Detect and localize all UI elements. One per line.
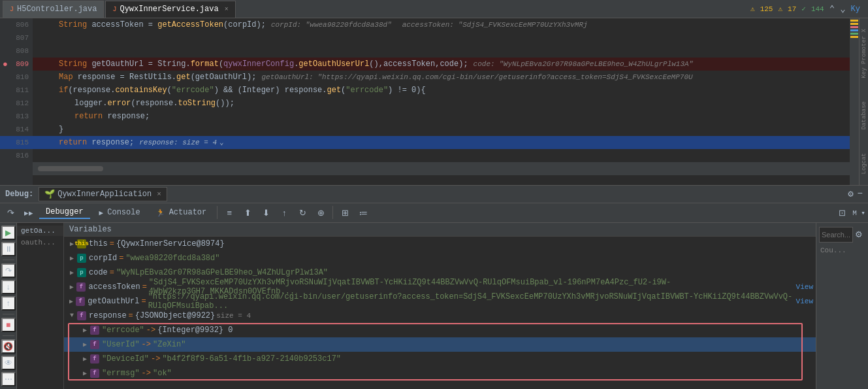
var-row-errcode[interactable]: ▶ f "errcode" -> {Integer@9932} 0	[64, 323, 816, 337]
var-row-errmsg[interactable]: ▶ f "errmsg" -> "ok"	[64, 366, 816, 381]
expand-deviceId[interactable]: ▶	[80, 354, 90, 364]
frame-getoauth[interactable]: getOa...	[17, 226, 63, 236]
var-val-getOauthUrl: "https://qyapi.weixin.qq.com/cgi-bin/use…	[148, 292, 794, 311]
warn-icon: ⚠	[750, 5, 755, 13]
var-val-errcode: {Integer@9932} 0	[157, 326, 233, 335]
close-icon[interactable]: ×	[225, 6, 229, 13]
expand-accessToken[interactable]: ▶	[67, 282, 76, 292]
settings-btn[interactable]: ≔	[355, 205, 371, 220]
right-gutter	[850, 18, 859, 185]
code-line-812: logger.error(response.toString());	[33, 97, 850, 110]
panel-layout-btn[interactable]: ⊡	[834, 205, 850, 220]
warn-mark	[850, 20, 858, 22]
var-row-corpId[interactable]: ▶ p corpId = "wwea98220fdcd8a38d"	[64, 251, 816, 265]
tab-h5controller[interactable]: J H5Controller.java	[3, 1, 104, 18]
line-numbers-gutter: 806 807 808 ●809 810 811 812 813 814 815…	[0, 18, 33, 185]
pause-btn[interactable]: ⏸	[1, 242, 16, 256]
var-name-code: code	[89, 268, 108, 277]
right-debug-panel: ⚙ Cou...	[816, 223, 868, 390]
count-label: Cou...	[818, 246, 867, 254]
chevron-up-icon[interactable]: ⌃	[829, 3, 835, 14]
debug-app-tab[interactable]: 🌱 QywxInnerApplication ×	[39, 187, 167, 201]
run-to-cursor-btn[interactable]: ↻	[295, 205, 310, 220]
debug-minimize-icon[interactable]: −	[858, 188, 863, 199]
chevron-down-icon[interactable]: ⌄	[840, 3, 845, 14]
var-name-getOauthUrl: getOauthUrl	[88, 297, 139, 306]
step-into-ctrl[interactable]: ↓	[1, 280, 16, 294]
code-line-813: return response;	[33, 110, 850, 123]
step-out-ctrl[interactable]: ↑	[1, 296, 16, 311]
expand-response[interactable]: ▼	[67, 311, 77, 321]
app-tab-close[interactable]: ×	[157, 190, 161, 198]
var-val-this: {QywxInnerService@8974}	[116, 239, 225, 248]
step-over-ctrl[interactable]: ↷	[1, 263, 16, 278]
layout-btn[interactable]: ⊞	[337, 205, 353, 220]
tab-actuator-label: Actuator	[169, 208, 207, 217]
line-num-816: 816	[0, 149, 33, 162]
more-btn[interactable]: ▸▸	[21, 205, 37, 220]
badge-f-errmsg: f	[90, 369, 99, 378]
step-over-btn[interactable]: ↷	[3, 205, 18, 220]
frames-btn[interactable]: ≡	[221, 205, 237, 220]
view-accessToken-link[interactable]: View	[796, 283, 813, 291]
warn-count: 125	[760, 5, 773, 13]
step-out-btn[interactable]: ↑	[276, 205, 292, 220]
ok-icon: ✓	[801, 5, 806, 13]
var-val-corpId: "wwea98220fdcd8a38d"	[125, 254, 219, 263]
error-mark	[850, 26, 858, 28]
search-input[interactable]	[819, 227, 853, 243]
debug-settings-icon[interactable]: ⚙	[848, 188, 853, 199]
expand-errmsg[interactable]: ▶	[80, 368, 90, 379]
view-getOauthUrl-link[interactable]: View	[796, 297, 813, 305]
evaluate-btn[interactable]: ⊕	[313, 205, 329, 220]
thread-btn[interactable]: ⬆	[240, 205, 255, 220]
tab-h5controller-label: H5Controller.java	[17, 5, 97, 14]
warn-mark2	[850, 23, 858, 25]
debug-bar: Debug: 🌱 QywxInnerApplication × ⚙ −	[0, 185, 868, 203]
tab-qywxinnerservice[interactable]: J QywxInnerService.java ×	[105, 1, 235, 18]
debug-label: Debug:	[5, 190, 33, 199]
view-btn[interactable]: 👁	[1, 356, 16, 370]
response-size: size = 4	[216, 312, 251, 320]
stop-btn[interactable]: ■	[1, 318, 16, 332]
var-val-response: {JSONObject@9922}	[135, 311, 215, 320]
var-name-response: response	[89, 311, 127, 320]
tabs-bar: J H5Controller.java J QywxInnerService.j…	[0, 0, 868, 18]
expand-corpId[interactable]: ▶	[67, 253, 77, 263]
tab-actuator[interactable]: 🏃 Actuator	[150, 207, 214, 218]
line-num-810: 810	[0, 71, 33, 84]
line-num-815: 815	[0, 136, 33, 149]
tab-debugger[interactable]: Debugger	[39, 206, 90, 219]
m-label[interactable]: M ▾	[852, 209, 865, 217]
expand-code[interactable]: ▶	[67, 267, 77, 278]
resume-btn[interactable]: ▶	[1, 226, 16, 240]
database-label[interactable]: Database	[861, 101, 867, 129]
app-icon: 🌱	[44, 189, 55, 199]
search-settings-btn[interactable]: ⚙	[853, 227, 865, 243]
expand-userId[interactable]: ▶	[80, 339, 90, 350]
expand-errcode[interactable]: ▶	[80, 325, 90, 335]
var-row-response[interactable]: ▼ f response = {JSONObject@9922} size = …	[64, 309, 816, 323]
expand-getOauthUrl[interactable]: ▶	[67, 296, 76, 307]
right-panel-toggle[interactable]: Ky	[851, 5, 860, 14]
var-row-deviceId[interactable]: ▶ f "DeviceId" -> "b4f2f8f9-6a51-4f1b-a9…	[64, 352, 816, 366]
step-into-btn[interactable]: ⬇	[258, 205, 274, 220]
frame-oauth[interactable]: oauth...	[17, 237, 63, 248]
badge-f-errcode: f	[90, 326, 99, 335]
line-num-809: ●809	[0, 58, 33, 71]
tab-console[interactable]: ▶ Console	[93, 207, 147, 218]
more-debug-btn[interactable]: ⋯	[1, 372, 16, 386]
var-row-getOauthUrl[interactable]: ▶ f getOauthUrl = "https://qyapi.weixin.…	[64, 294, 816, 309]
code-line-816	[33, 149, 850, 162]
var-name-corpId: corpId	[89, 254, 117, 263]
key-promoter-label[interactable]: Key Promoter X	[861, 29, 867, 78]
badge-f-deviceId: f	[90, 354, 99, 364]
var-row-this[interactable]: ▶ this this = {QywxInnerService@8974}	[64, 237, 816, 251]
logcat-label[interactable]: Logcat	[861, 153, 867, 174]
var-name-this: this	[89, 239, 108, 248]
code-line-810: Map response = RestUtils.get(getOauthUrl…	[33, 71, 850, 84]
mute-btn[interactable]: 🔇	[1, 339, 16, 354]
line-num-814: 814	[0, 123, 33, 136]
search-row: ⚙	[818, 226, 867, 244]
var-row-userId[interactable]: ▶ f "UserId" -> "ZeXin"	[64, 337, 816, 352]
